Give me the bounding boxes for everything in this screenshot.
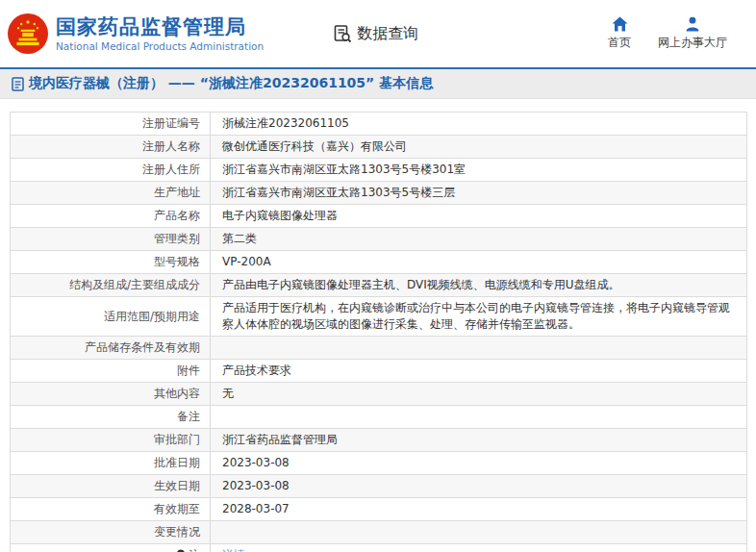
row-label: 注: [11, 544, 211, 552]
breadcrumb-text: 境内医疗器械（注册） —— “浙械注准20232061105” 基本信息: [29, 75, 433, 92]
row-label: 产品储存条件及有效期: [11, 337, 211, 359]
table-row: 结构及组成/主要组成成分 产品由电子内窥镜图像处理器主机、DVI视频线缆、电源线…: [11, 274, 746, 297]
table-row: 注 详情: [11, 544, 746, 552]
table-row: 产品名称 电子内窥镜图像处理器: [11, 205, 746, 228]
table-row: 备注: [11, 406, 746, 429]
site-logo[interactable]: 国家药品监督管理局 National Medical Products Admi…: [8, 13, 264, 54]
row-value: VP-200A: [211, 251, 746, 273]
row-value: 微创优通医疗科技（嘉兴）有限公司: [211, 136, 746, 158]
row-label: 结构及组成/主要组成成分: [11, 274, 211, 296]
nav-service-hall-label: 网上办事大厅: [658, 35, 727, 51]
page-header: 国家药品监督管理局 National Medical Products Admi…: [0, 0, 756, 67]
row-value: 产品由电子内窥镜图像处理器主机、DVI视频线缆、电源线缆和专用U盘组成。: [211, 274, 746, 296]
row-value: 产品适用于医疗机构，在内窥镜诊断或治疗中与本公司的电子内窥镜导管连接，将电子内窥…: [211, 297, 746, 336]
row-value: 第二类: [211, 228, 746, 250]
table-row: 注册证编号 浙械注准20232061105: [11, 113, 746, 136]
row-value: 浙江省嘉兴市南湖区亚太路1303号5号楼三层: [211, 182, 746, 204]
row-label: 注册人住所: [11, 159, 211, 181]
table-row: 变更情况: [11, 521, 746, 544]
row-value: [211, 521, 746, 543]
row-value: 浙械注准20232061105: [211, 113, 746, 135]
row-value: 无: [211, 383, 746, 405]
table-row: 有效期至 2028-03-07: [11, 498, 746, 521]
table-row: 注册人名称 微创优通医疗科技（嘉兴）有限公司: [11, 136, 746, 159]
row-label: 备注: [11, 406, 211, 428]
document-search-icon: [333, 24, 352, 43]
row-label: 型号规格: [11, 251, 211, 273]
table-row: 其他内容 无: [11, 383, 746, 406]
row-label: 附件: [11, 360, 211, 382]
nav-home-label: 首页: [608, 35, 631, 51]
note-label: 注: [189, 547, 200, 552]
data-query-label: 数据查询: [357, 24, 418, 44]
row-value: 浙江省药品监督管理局: [211, 429, 746, 451]
row-value: 产品技术要求: [211, 360, 746, 382]
table-row: 注册人住所 浙江省嘉兴市南湖区亚太路1303号5号楼301室: [11, 159, 746, 182]
row-value: 详情: [211, 544, 746, 552]
brand-text: 国家药品监督管理局 National Medical Products Admi…: [56, 15, 264, 52]
nav-item-service-hall[interactable]: 网上办事大厅: [658, 16, 727, 51]
breadcrumb: 境内医疗器械（注册） —— “浙械注准20232061105” 基本信息: [12, 75, 433, 92]
nav-item-home[interactable]: 首页: [608, 16, 631, 51]
row-label: 生产地址: [11, 182, 211, 204]
row-value: 电子内窥镜图像处理器: [211, 205, 746, 227]
table-row: 适用范围/预期用途 产品适用于医疗机构，在内窥镜诊断或治疗中与本公司的电子内窥镜…: [11, 297, 746, 337]
row-label: 注册证编号: [11, 113, 211, 135]
table-row: 产品储存条件及有效期: [11, 337, 746, 360]
registration-info-table: 注册证编号 浙械注准20232061105 注册人名称 微创优通医疗科技（嘉兴）…: [10, 112, 747, 552]
table-row: 生产地址 浙江省嘉兴市南湖区亚太路1303号5号楼三层: [11, 182, 746, 205]
row-label: 批准日期: [11, 452, 211, 474]
row-value: [211, 337, 746, 359]
table-row: 附件 产品技术要求: [11, 360, 746, 383]
row-label: 适用范围/预期用途: [11, 297, 211, 336]
row-value: [211, 406, 746, 428]
document-icon: [12, 77, 24, 91]
china-national-emblem-icon: [8, 13, 48, 54]
home-icon: [612, 16, 628, 32]
table-row: 批准日期 2023-03-08: [11, 452, 746, 475]
site-subtitle: National Medical Products Administration: [56, 40, 264, 52]
table-row: 生效日期 2023-03-08: [11, 475, 746, 498]
header-nav: 首页 网上办事大厅: [608, 16, 727, 51]
row-label: 审批部门: [11, 429, 211, 451]
row-value: 2023-03-08: [211, 452, 746, 474]
data-query-section[interactable]: 数据查询: [333, 24, 418, 44]
row-label: 管理类别: [11, 228, 211, 250]
table-row: 管理类别 第二类: [11, 228, 746, 251]
table-row: 型号规格 VP-200A: [11, 251, 746, 274]
details-link[interactable]: 详情: [222, 548, 245, 552]
row-label: 注册人名称: [11, 136, 211, 158]
row-label: 产品名称: [11, 205, 211, 227]
row-label: 生效日期: [11, 475, 211, 497]
row-label: 变更情况: [11, 521, 211, 543]
row-label: 其他内容: [11, 383, 211, 405]
row-label: 有效期至: [11, 498, 211, 520]
row-value: 浙江省嘉兴市南湖区亚太路1303号5号楼301室: [211, 159, 746, 181]
table-row: 审批部门 浙江省药品监督管理局: [11, 429, 746, 452]
row-value: 2023-03-08: [211, 475, 746, 497]
site-title: 国家药品监督管理局: [56, 15, 264, 38]
person-icon: [685, 16, 700, 32]
row-value: 2028-03-07: [211, 498, 746, 520]
breadcrumb-bar: 境内医疗器械（注册） —— “浙械注准20232061105” 基本信息: [0, 69, 756, 99]
